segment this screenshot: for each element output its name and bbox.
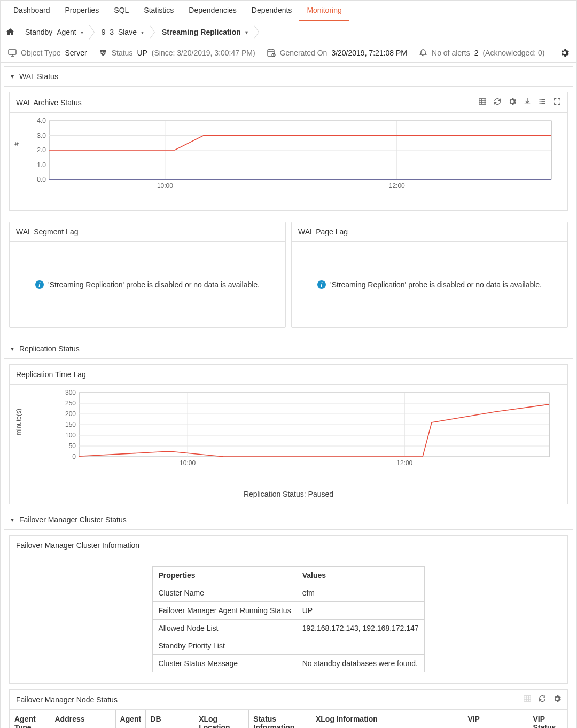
tab-dependents[interactable]: Dependents [244, 1, 300, 21]
svg-text:0.0: 0.0 [37, 176, 46, 183]
svg-text:12:00: 12:00 [389, 182, 405, 190]
section-title: Failover Manager Cluster Status [19, 515, 127, 524]
panel-wal-segment-lag: WAL Segment Lag i 'Streaming Replication… [9, 222, 286, 328]
table-header-row: Agent Type Address Agent DB XLog Locatio… [10, 710, 567, 729]
svg-text:2.0: 2.0 [37, 146, 46, 154]
table-header: Properties [153, 567, 297, 584]
refresh-icon[interactable] [539, 695, 546, 704]
chart-subtitle: Replication Status: Paused [10, 488, 567, 504]
list-icon[interactable] [539, 98, 546, 107]
home-icon[interactable] [6, 28, 14, 36]
panel-title: WAL Archive Status [16, 98, 82, 107]
tab-dependencies[interactable]: Dependencies [181, 1, 244, 21]
collapse-icon[interactable]: ▾ [11, 345, 14, 353]
monitor-icon [8, 49, 17, 57]
panel-title: Failover Manager Node Status [16, 695, 118, 704]
svg-text:12:00: 12:00 [396, 459, 412, 467]
panel-cluster-info: Failover Manager Cluster Information Pro… [9, 535, 568, 684]
breadcrumb-label: Standby_Agent [25, 28, 76, 36]
table-row: Standby Priority List [153, 637, 424, 655]
breadcrumb-item-0[interactable]: Standby_Agent ▾ [20, 25, 89, 40]
chevron-down-icon: ▾ [141, 29, 144, 35]
gear-icon[interactable] [553, 695, 561, 704]
chart-svg: 0.01.02.03.04.010:0012:00 [33, 118, 557, 193]
node-status-table: Agent Type Address Agent DB XLog Locatio… [10, 710, 567, 728]
download-icon[interactable] [524, 98, 531, 107]
svg-text:150: 150 [65, 421, 76, 428]
generated-label: Generated On [280, 49, 328, 57]
section-replication-status: ▾ Replication Status Replication Time La… [4, 339, 573, 504]
table-row: Allowed Node List192.168.172.143, 192.16… [153, 620, 424, 637]
chart-wal-archive: # 0.01.02.03.04.010:0012:00 [10, 113, 567, 210]
breadcrumb-label: Streaming Replication [162, 28, 241, 36]
table-header-row: Properties Values [153, 567, 424, 584]
svg-point-5 [540, 101, 541, 102]
svg-text:3.0: 3.0 [37, 132, 46, 139]
panel-title: WAL Page Lag [298, 228, 348, 236]
section-title: WAL Status [19, 72, 58, 81]
chevron-down-icon: ▾ [245, 29, 248, 35]
tab-properties[interactable]: Properties [58, 1, 107, 21]
status-since: (Since: 3/20/2019, 3:00:47 PM) [152, 49, 255, 57]
svg-text:4.0: 4.0 [37, 118, 46, 124]
bell-icon [419, 49, 427, 57]
table-header: Values [297, 567, 424, 584]
svg-text:300: 300 [65, 390, 76, 396]
chart-ylabel: minute(s) [15, 409, 22, 435]
table-icon[interactable] [524, 695, 531, 704]
svg-text:10:00: 10:00 [157, 182, 173, 190]
breadcrumb-item-2[interactable]: Streaming Replication ▾ [157, 25, 253, 40]
svg-text:50: 50 [69, 442, 76, 450]
svg-rect-0 [9, 50, 16, 54]
generated-value: 3/20/2019, 7:21:08 PM [331, 49, 407, 57]
breadcrumb-label: 9_3_Slave [102, 28, 137, 36]
status-label: Status [112, 49, 133, 57]
svg-rect-9 [541, 103, 545, 104]
object-type-value: Server [65, 49, 87, 57]
cluster-info-table: Properties Values Cluster Nameefm Failov… [152, 566, 424, 672]
svg-text:0: 0 [72, 453, 76, 460]
info-icon: i [35, 280, 44, 289]
tab-monitoring[interactable]: Monitoring [299, 1, 349, 21]
svg-text:100: 100 [65, 432, 76, 439]
chevron-down-icon: ▾ [81, 29, 83, 35]
panel-replication-time-lag: Replication Time Lag minute(s) 050100150… [9, 364, 568, 504]
svg-point-6 [540, 103, 541, 104]
section-failover: ▾ Failover Manager Cluster Status Failov… [4, 510, 573, 728]
object-type-label: Object Type [21, 49, 60, 57]
alerts-ack: (Acknowledged: 0) [482, 49, 544, 57]
svg-text:200: 200 [65, 410, 76, 418]
panel-wal-archive: WAL Archive Status # 0.01.02.03.04.010:0… [9, 92, 568, 211]
expand-icon[interactable] [553, 98, 561, 107]
table-icon[interactable] [479, 98, 486, 107]
probe-message: 'Streaming Replication' probe is disable… [330, 280, 542, 289]
status-bar: Object Type Server Status UP (Since: 3/2… [1, 43, 576, 63]
panel-node-status: Failover Manager Node Status Agent Type … [9, 689, 568, 728]
breadcrumb-item-1[interactable]: 9_3_Slave ▾ [96, 25, 149, 40]
svg-rect-8 [541, 101, 545, 102]
breadcrumb: Standby_Agent ▾ 9_3_Slave ▾ Streaming Re… [1, 21, 576, 43]
svg-rect-7 [541, 99, 545, 100]
settings-icon[interactable] [560, 49, 569, 57]
alerts-value: 2 [474, 49, 479, 57]
svg-text:10:00: 10:00 [180, 459, 196, 467]
tab-dashboard[interactable]: Dashboard [6, 1, 58, 21]
heartbeat-icon [99, 49, 107, 57]
chart-svg: 05010015020025030010:0012:00 [52, 390, 555, 470]
top-tabs: Dashboard Properties SQL Statistics Depe… [1, 1, 576, 21]
svg-rect-3 [479, 99, 486, 105]
svg-point-4 [540, 99, 541, 100]
chart-ylabel: # [13, 142, 20, 146]
chart-replication-lag: minute(s) 05010015020025030010:0012:00 [10, 385, 567, 488]
probe-message: 'Streaming Replication' probe is disable… [48, 280, 260, 289]
tab-sql[interactable]: SQL [106, 1, 136, 21]
section-title: Replication Status [19, 345, 80, 353]
tab-statistics[interactable]: Statistics [136, 1, 181, 21]
gear-icon[interactable] [509, 98, 516, 107]
refresh-icon[interactable] [494, 98, 501, 107]
calendar-icon [267, 49, 276, 57]
collapse-icon[interactable]: ▾ [11, 516, 14, 523]
table-row: Failover Manager Agent Running StatusUP [153, 602, 424, 620]
collapse-icon[interactable]: ▾ [11, 73, 14, 80]
table-row: Cluster Nameefm [153, 584, 424, 602]
